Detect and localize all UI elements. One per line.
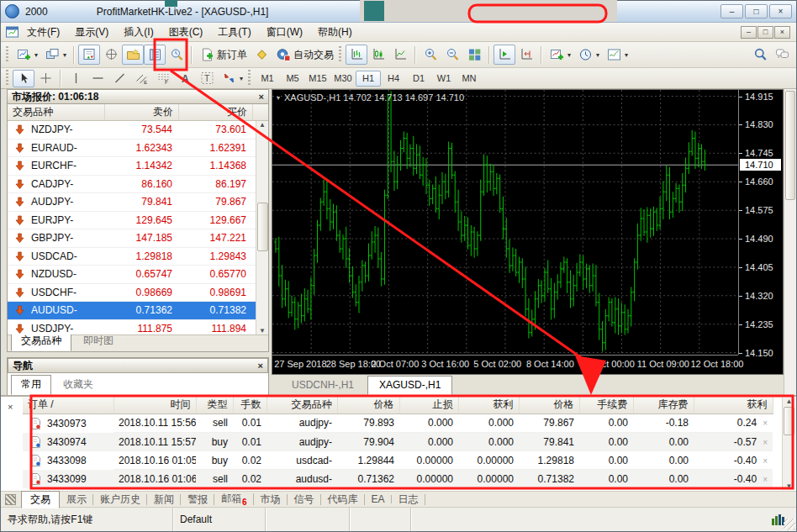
column-header[interactable]: 库存费: [633, 397, 694, 413]
scroll-thumb[interactable]: [784, 407, 794, 435]
line-chart-button[interactable]: [389, 45, 411, 65]
order-row[interactable]: 34309732018.10.11 15:56:55sell0.01audjpy…: [23, 413, 773, 433]
workspace-scrollbar[interactable]: [784, 89, 796, 395]
text-label-button[interactable]: T: [196, 70, 218, 87]
column-header[interactable]: 订单 /: [23, 397, 113, 413]
timeframe-mn[interactable]: MN: [457, 71, 482, 87]
terminal-button[interactable]: [144, 45, 166, 65]
market-watch-row[interactable]: AUDJPY-79.84179.867: [8, 193, 268, 212]
timeframe-m1[interactable]: M1: [255, 71, 280, 87]
terminal-tab-代码库[interactable]: 代码库: [321, 492, 365, 508]
market-watch-row[interactable]: EURJPY-129.645129.667: [8, 212, 268, 230]
menu-item[interactable]: 插入(I): [116, 24, 161, 41]
bar-chart-button[interactable]: [346, 45, 367, 65]
order-row[interactable]: 34309742018.10.11 15:57:08buy0.01audjpy-…: [23, 433, 773, 451]
dropdown-icon[interactable]: ▾: [596, 51, 599, 59]
scroll-up-icon[interactable]: ▲: [786, 398, 793, 405]
menu-item[interactable]: 图表(C): [161, 24, 211, 41]
market-watch-row[interactable]: EURCHF-1.143421.14368: [8, 157, 268, 176]
templates-button[interactable]: ▾: [603, 45, 631, 65]
market-watch-row[interactable]: GBPJPY-147.185147.221: [8, 229, 268, 248]
mdi-close-button[interactable]: ×: [774, 26, 790, 39]
tile-windows-button[interactable]: [463, 45, 485, 65]
navigator-tab[interactable]: 常用: [11, 375, 51, 395]
market-watch-row[interactable]: NZDJPY-73.54473.601: [8, 121, 268, 140]
menu-item[interactable]: 显示(V): [67, 24, 116, 41]
close-icon[interactable]: ×: [259, 92, 264, 101]
trendline-button[interactable]: [108, 70, 130, 87]
market-watch-row[interactable]: CADJPY-86.16086.197: [8, 176, 268, 194]
column-header[interactable]: 手续费: [579, 397, 633, 413]
market-watch-row[interactable]: USDCAD-1.298181.29843: [8, 248, 268, 266]
toolbar-grip[interactable]: [248, 70, 251, 87]
market-watch-row[interactable]: NZDUSD-0.657470.65770: [8, 266, 268, 284]
candlestick-chart-button[interactable]: [367, 45, 389, 65]
toolbar-grip[interactable]: [339, 46, 341, 63]
market-watch-scrollbar[interactable]: ▲ ▼: [256, 121, 268, 334]
column-header[interactable]: 止损: [399, 397, 458, 413]
chart-tab[interactable]: USDCNH-,H1: [280, 376, 366, 395]
column-header[interactable]: 价格: [337, 397, 399, 413]
chart-plot-area[interactable]: ▾ XAGUSD-,H1 14.702 14.713 14.697 14.710: [272, 90, 738, 355]
terminal-tab-展示[interactable]: 展示: [60, 492, 93, 508]
chart-tab[interactable]: XAGUSD-,H1: [367, 376, 452, 395]
chart-shift-button[interactable]: [515, 45, 537, 65]
minimize-button[interactable]: –: [720, 4, 743, 18]
price-axis[interactable]: 14.91514.83014.74514.66014.57514.49014.4…: [738, 90, 783, 355]
new-chart-button[interactable]: ▾: [13, 45, 41, 65]
restore-button[interactable]: □: [745, 4, 768, 18]
toolbar-grip[interactable]: [6, 46, 8, 63]
terminal-scrollbar[interactable]: ▲ ▼: [782, 398, 795, 490]
column-header[interactable]: 时间: [113, 397, 196, 413]
market-watch-row[interactable]: USDJPY-111.875111.894: [8, 320, 268, 335]
dropdown-icon[interactable]: ▾: [63, 51, 66, 59]
timeframe-m30[interactable]: M30: [330, 71, 356, 87]
scroll-down-icon[interactable]: ▼: [786, 482, 793, 490]
close-icon[interactable]: ×: [8, 402, 13, 412]
close-button[interactable]: ×: [769, 4, 792, 18]
menu-item[interactable]: 文件(F): [19, 24, 67, 41]
horizontal-line-button[interactable]: [87, 70, 108, 87]
column-header[interactable]: 卖价: [105, 104, 179, 120]
indicators-button[interactable]: ▾: [546, 45, 574, 65]
terminal-tab-交易[interactable]: 交易: [21, 491, 60, 508]
terminal-tab-信号[interactable]: 信号: [288, 492, 321, 508]
strategy-tester-button[interactable]: [166, 45, 187, 65]
column-header[interactable]: 手数: [233, 397, 267, 413]
cursor-button[interactable]: [13, 70, 34, 87]
scroll-down-icon[interactable]: ▼: [259, 327, 266, 334]
mdi-restore-button[interactable]: □: [757, 26, 773, 39]
close-order-icon[interactable]: ×: [763, 475, 768, 484]
market-watch-row[interactable]: USDCHF-0.986690.98691: [8, 284, 268, 303]
fibonacci-button[interactable]: F: [152, 70, 174, 87]
dropdown-icon[interactable]: ▾: [34, 51, 38, 59]
column-header[interactable]: 买价: [179, 104, 253, 120]
terminal-tab-账户历史[interactable]: 账户历史: [93, 492, 147, 508]
timeframe-h4[interactable]: H4: [381, 71, 406, 87]
column-header[interactable]: 获利: [458, 397, 519, 413]
terminal-tab-市场[interactable]: 市场: [254, 492, 288, 508]
terminal-tab-警报[interactable]: 警报: [181, 492, 214, 508]
collapse-icon[interactable]: ▾: [277, 94, 280, 102]
timeframe-h1[interactable]: H1: [356, 71, 381, 87]
market-watch-row[interactable]: AUDUSD-0.713620.71382: [8, 302, 268, 320]
market-watch-row[interactable]: EURAUD-1.623431.62391: [8, 140, 268, 158]
navigator-tab[interactable]: 收藏夹: [53, 375, 103, 395]
periods-button[interactable]: ▾: [574, 45, 603, 65]
arrows-button[interactable]: ▾: [218, 70, 246, 87]
timeframe-m15[interactable]: M15: [305, 71, 330, 87]
autotrading-button[interactable]: 自动交易: [272, 45, 337, 65]
close-order-icon[interactable]: ×: [763, 419, 768, 428]
metaeditor-button[interactable]: [251, 45, 272, 65]
search-button[interactable]: [749, 45, 771, 65]
data-window-button[interactable]: [100, 45, 122, 65]
equidistant-channel-button[interactable]: E: [130, 70, 152, 87]
scroll-thumb[interactable]: [257, 203, 268, 251]
auto-scroll-button[interactable]: [494, 45, 515, 65]
market-watch-button[interactable]: [78, 45, 100, 65]
scroll-thumb[interactable]: [785, 91, 795, 200]
panel-handle-icon[interactable]: [5, 494, 16, 505]
zoom-out-button[interactable]: [441, 45, 463, 65]
column-header[interactable]: 交易品种: [267, 397, 337, 413]
scroll-up-icon[interactable]: ▲: [259, 121, 266, 129]
